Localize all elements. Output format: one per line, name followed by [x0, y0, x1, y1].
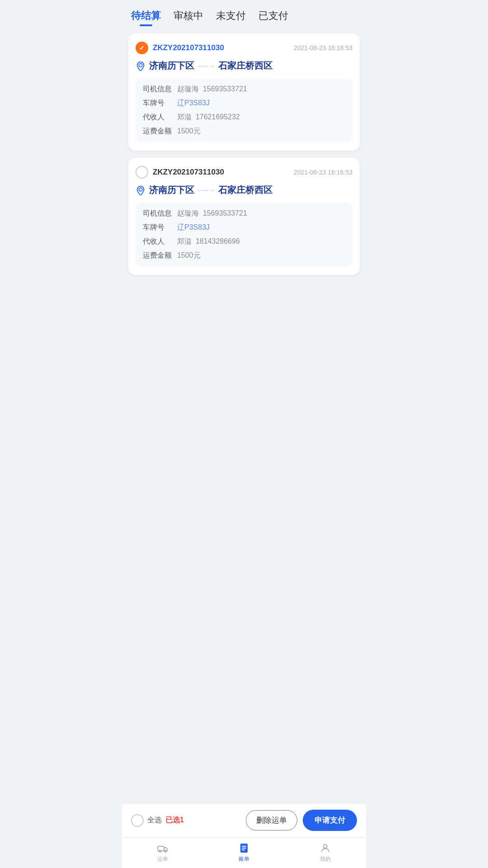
tab-bar: 待结算 审核中 未支付 已支付 — [122, 0, 366, 26]
tab-unpaid[interactable]: 未支付 — [216, 9, 246, 26]
plate-label-2: 车牌号 — [143, 223, 177, 232]
order-card-1: ZKZY202107311030 2021-08-23 16:16:53 济南历… — [128, 33, 360, 151]
driver-value-1: 赵璇海 15693533721 — [177, 85, 247, 94]
route-arrow-2: - - - - → — [198, 186, 215, 194]
details-box-1: 司机信息 赵璇海 15693533721 车牌号 辽P3S83J 代收人 郑溢 … — [136, 78, 352, 142]
order-id-1: ZKZY202107311030 — [153, 43, 224, 52]
details-box-2: 司机信息 赵璇海 15693533721 车牌号 辽P3S83J 代收人 郑溢 … — [136, 203, 352, 267]
location-icon-2 — [136, 185, 145, 195]
tab-reviewing[interactable]: 审核中 — [174, 9, 203, 26]
card-header-left-1: ZKZY202107311030 — [136, 42, 224, 54]
order-time-1: 2021-08-23 16:16:53 — [294, 44, 352, 52]
location-icon-1 — [136, 61, 145, 71]
agent-row-2: 代收人 郑溢 18143286696 — [143, 237, 345, 246]
order-checkbox-1[interactable] — [136, 42, 148, 54]
agent-value-2: 郑溢 18143286696 — [177, 237, 240, 246]
fee-value-1: 1500元 — [177, 127, 201, 136]
plate-row-1: 车牌号 辽P3S83J — [143, 99, 345, 108]
agent-label-2: 代收人 — [143, 237, 177, 246]
route-to-1: 石家庄桥西区 — [218, 60, 272, 72]
fee-row-1: 运费金额 1500元 — [143, 127, 345, 136]
order-list: ZKZY202107311030 2021-08-23 16:16:53 济南历… — [122, 26, 366, 329]
driver-row-2: 司机信息 赵璇海 15693533721 — [143, 209, 345, 218]
driver-row-1: 司机信息 赵璇海 15693533721 — [143, 85, 345, 94]
agent-row-1: 代收人 郑溢 17621695232 — [143, 113, 345, 122]
route-to-2: 石家庄桥西区 — [218, 184, 272, 196]
driver-label-1: 司机信息 — [143, 85, 177, 94]
driver-value-2: 赵璇海 15693533721 — [177, 209, 247, 218]
route-from-2: 济南历下区 — [149, 184, 194, 196]
svg-point-0 — [139, 63, 142, 66]
order-card-2: ZKZY202107311030 2021-08-23 16:16:53 济南历… — [128, 158, 360, 275]
plate-value-1: 辽P3S83J — [177, 99, 210, 108]
plate-value-2: 辽P3S83J — [177, 223, 210, 232]
route-2: 济南历下区 - - - - → 石家庄桥西区 — [136, 184, 352, 196]
card-header-left-2: ZKZY202107311030 — [136, 166, 224, 179]
fee-label-1: 运费金额 — [143, 127, 177, 136]
plate-row-2: 车牌号 辽P3S83J — [143, 223, 345, 232]
svg-point-1 — [139, 188, 142, 191]
card-header-2: ZKZY202107311030 2021-08-23 16:16:53 — [136, 166, 352, 179]
tab-pending[interactable]: 待结算 — [131, 9, 161, 26]
order-checkbox-2[interactable] — [136, 166, 148, 179]
driver-label-2: 司机信息 — [143, 209, 177, 218]
route-1: 济南历下区 - - - - → 石家庄桥西区 — [136, 60, 352, 72]
fee-value-2: 1500元 — [177, 251, 201, 260]
card-header-1: ZKZY202107311030 2021-08-23 16:16:53 — [136, 42, 352, 54]
route-arrow-1: - - - - → — [198, 62, 215, 70]
tab-paid[interactable]: 已支付 — [258, 9, 288, 26]
plate-label-1: 车牌号 — [143, 99, 177, 108]
order-id-2: ZKZY202107311030 — [153, 168, 224, 177]
agent-value-1: 郑溢 17621695232 — [177, 113, 240, 122]
fee-label-2: 运费金额 — [143, 251, 177, 260]
route-from-1: 济南历下区 — [149, 60, 194, 72]
fee-row-2: 运费金额 1500元 — [143, 251, 345, 260]
agent-label-1: 代收人 — [143, 113, 177, 122]
order-time-2: 2021-08-23 16:16:53 — [294, 169, 352, 176]
